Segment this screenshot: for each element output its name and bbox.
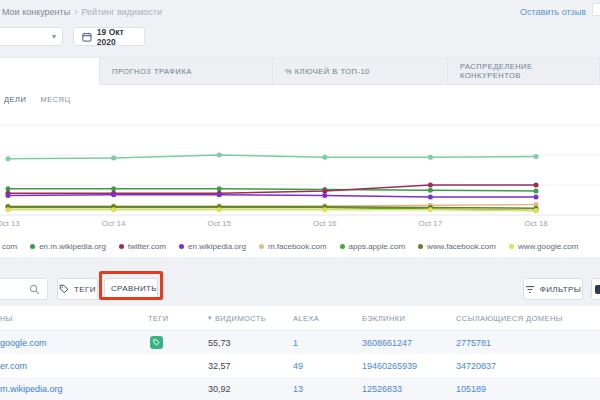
tab-competitors-distribution[interactable]: РАСПРЕДЕЛЕНИЕ КОНКУРЕНТОВ	[448, 58, 600, 85]
refdomains-link[interactable]: 105189	[456, 384, 486, 394]
legend-item[interactable]: www.facebook.com	[418, 242, 496, 251]
partial-button[interactable]	[592, 3, 600, 16]
table-row: er.com32,57491946026593934720837	[0, 354, 600, 377]
data-point[interactable]	[111, 156, 116, 161]
col-backlinks[interactable]: БЭКЛИНКИ	[362, 314, 456, 323]
chart-line[interactable]	[8, 205, 536, 207]
legend-label: apps.apple.com	[349, 242, 405, 251]
legend-item[interactable]: apps.apple.com	[340, 242, 405, 251]
data-point[interactable]	[534, 189, 539, 194]
backlinks-link[interactable]: 12526833	[362, 384, 402, 394]
data-point[interactable]	[322, 189, 327, 194]
data-point[interactable]	[428, 188, 433, 193]
data-point[interactable]	[534, 195, 539, 200]
data-point[interactable]	[6, 186, 11, 191]
legend-label: www.facebook.com	[427, 242, 496, 251]
domains-table: НЫ ТЕГИ ▾ ВИДИМОСТЬ ALEXA БЭКЛИНКИ ССЫЛА…	[0, 306, 600, 400]
period-month[interactable]: МЕСЯЦ	[40, 95, 70, 104]
data-point[interactable]	[6, 207, 11, 212]
search-icon	[29, 284, 40, 295]
backlinks-link[interactable]: 3608661247	[362, 338, 412, 348]
legend-label: m.facebook.com	[268, 242, 327, 251]
table-body: google.com55,73136086612472775781er.com3…	[0, 331, 600, 400]
compare-button[interactable]: СРАВНИТЬ	[104, 278, 158, 298]
data-point[interactable]	[428, 207, 433, 212]
col-ref-domains[interactable]: ССЫЛАЮЩИЕСЯ ДОМЕНЫ	[456, 314, 600, 323]
legend-dot	[418, 244, 423, 249]
data-point[interactable]	[111, 192, 116, 197]
data-point[interactable]	[428, 155, 433, 160]
tab-keys-top10[interactable]: % КЛЮЧЕЙ В ТОП-10	[273, 58, 448, 85]
report-tabs: ПРОГНОЗ ТРАФИКА % КЛЮЧЕЙ В ТОП-10 РАСПРЕ…	[0, 57, 600, 85]
x-axis-label: Oct 16	[313, 219, 337, 228]
data-point[interactable]	[217, 186, 222, 191]
domain-link[interactable]: m.wikipedia.org	[0, 384, 63, 394]
tags-button[interactable]: ТЕГИ	[57, 278, 98, 300]
chart-line[interactable]	[8, 210, 536, 211]
chart-line[interactable]	[8, 195, 536, 197]
legend-dot	[119, 244, 124, 249]
table-row: m.wikipedia.org30,921312526833105189	[0, 377, 600, 400]
sort-desc-icon: ▾	[208, 314, 212, 322]
col-domains[interactable]: НЫ	[0, 314, 148, 323]
data-point[interactable]	[428, 183, 433, 188]
chart-line[interactable]	[8, 155, 536, 159]
breadcrumb-section[interactable]: Мои конкуренты	[2, 7, 70, 17]
col-visibility[interactable]: ▾ ВИДИМОСТЬ	[208, 314, 293, 323]
data-point[interactable]	[534, 154, 539, 159]
legend-item[interactable]: www.google.com	[509, 242, 578, 251]
alexa-link[interactable]: 13	[293, 384, 303, 394]
legend-item[interactable]: en.wikipedia.org	[179, 242, 246, 251]
data-point[interactable]	[111, 207, 116, 212]
feedback-link[interactable]: Оставить отзыв	[520, 7, 586, 17]
domain-link[interactable]: google.com	[0, 338, 47, 348]
period-weeks[interactable]: ДЕЛИ	[4, 95, 26, 104]
data-point[interactable]	[534, 183, 539, 188]
x-axis-label: Oct 18	[524, 219, 548, 228]
tab-traffic-forecast[interactable]: ПРОГНОЗ ТРАФИКА	[100, 58, 273, 85]
legend-dot	[179, 244, 184, 249]
data-point[interactable]	[534, 208, 539, 213]
col-alexa[interactable]: ALEXA	[293, 314, 362, 323]
domain-link[interactable]: er.com	[0, 361, 27, 371]
legend-item[interactable]: twitter.com	[119, 242, 166, 251]
chart-line[interactable]	[8, 189, 536, 191]
table-row: google.com55,73136086612472775781	[0, 331, 600, 354]
date-picker-button[interactable]: 19 Окт 2020	[73, 27, 145, 46]
data-point[interactable]	[428, 195, 433, 200]
tag-badge[interactable]	[150, 336, 163, 349]
tab-visibility[interactable]	[0, 58, 100, 85]
legend-item[interactable]: com	[2, 242, 17, 251]
legend-label: en.wikipedia.org	[188, 242, 246, 251]
data-point[interactable]	[217, 192, 222, 197]
data-point[interactable]	[217, 207, 222, 212]
data-point[interactable]	[322, 207, 327, 212]
competitors-select[interactable]: ▾	[0, 27, 63, 46]
calendar-icon	[82, 32, 92, 42]
data-point[interactable]	[217, 153, 222, 158]
chart-legend: comen.m.wikipedia.orgtwitter.comen.wikip…	[2, 242, 600, 251]
export-button-partial[interactable]	[591, 278, 600, 300]
breadcrumb: Мои конкуренты › Рейтинг видимости	[2, 6, 162, 17]
data-point[interactable]	[111, 186, 116, 191]
data-point[interactable]	[322, 193, 327, 198]
alexa-link[interactable]: 49	[293, 361, 303, 371]
legend-item[interactable]: m.facebook.com	[259, 242, 327, 251]
legend-item[interactable]: en.m.wikipedia.org	[30, 242, 106, 251]
visibility-value: 30,92	[208, 384, 231, 394]
x-axis-label: Oct 14	[102, 219, 126, 228]
backlinks-link[interactable]: 19460265939	[362, 361, 417, 371]
filters-button[interactable]: ФИЛЬТРЫ	[523, 278, 583, 300]
visibility-chart[interactable]: Oct 13Oct 14Oct 15Oct 16Oct 17Oct 18	[0, 105, 600, 233]
data-point[interactable]	[322, 155, 327, 160]
search-input[interactable]	[0, 278, 48, 300]
chart-panel: ДЕЛИ МЕСЯЦ Oct 13Oct 14Oct 15Oct 16Oct 1…	[0, 85, 600, 257]
refdomains-link[interactable]: 2775781	[456, 338, 491, 348]
visibility-rating-page: Мои конкуренты › Рейтинг видимости Остав…	[0, 0, 600, 400]
data-point[interactable]	[6, 193, 11, 198]
data-point[interactable]	[6, 156, 11, 161]
refdomains-link[interactable]: 34720837	[456, 361, 496, 371]
col-tags[interactable]: ТЕГИ	[148, 314, 208, 323]
legend-label: com	[2, 242, 17, 251]
alexa-link[interactable]: 1	[293, 338, 298, 348]
